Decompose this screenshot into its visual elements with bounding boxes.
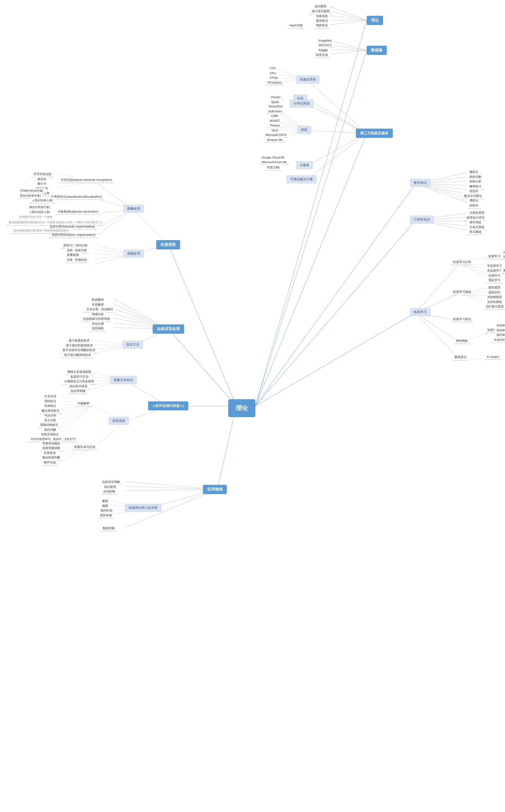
node-jiqishijue: 机器视觉 xyxy=(156,240,180,249)
node-jiyu-tongji: 基于统计翻译的技术 xyxy=(62,352,93,358)
node-disanzhi: 第三方框架及服务 xyxy=(356,129,393,138)
node-azureml: Microsoft Azure ML xyxy=(260,160,289,165)
svg-line-113 xyxy=(60,405,93,419)
svg-line-107 xyxy=(93,422,125,449)
node-visualization: 可视化解决方案 xyxy=(287,176,317,183)
node-mubiao-jiance: 目标检测(objection dectection) xyxy=(56,209,101,215)
node-jiqi-suanfa: 机器学习算法 xyxy=(451,316,473,322)
node-shipin-chuli: 视频处理 xyxy=(124,250,144,257)
node-tpu: TPU(ASIC) xyxy=(265,80,284,85)
node-shixian-liucheng: 实现流程 xyxy=(109,417,129,425)
node-shengwu: 生物识别 xyxy=(73,257,89,263)
node-docker: Docker xyxy=(269,95,283,100)
node-shili-note: 多目标检测及分类,将多个目标单独提取并标注 xyxy=(11,228,71,234)
svg-line-14 xyxy=(329,50,367,54)
node-shuxue: 数学知识 xyxy=(410,179,430,187)
svg-line-20 xyxy=(307,133,367,180)
node-kuangjia: 框架 xyxy=(298,126,311,134)
svg-line-115 xyxy=(60,405,93,429)
node-mscocc: MSCOCC xyxy=(317,43,334,48)
node-jiasu: 加速处理器 xyxy=(296,76,319,84)
node-fenlei-dingwei: 分类和定位(classification&localization) xyxy=(49,194,104,200)
svg-line-70 xyxy=(217,406,236,489)
node-xingji: 星际争霸 xyxy=(98,512,114,518)
svg-line-11 xyxy=(329,40,367,50)
node-zhishi-gou: 知识库构建 xyxy=(68,388,88,394)
node-huigui-task: 回归任务 xyxy=(501,254,505,260)
node-naiveBayes: 贝叶斯分类器 xyxy=(484,304,505,310)
node-daan-shengcheng: 答案生成与过滤 xyxy=(72,444,97,450)
node-youxi-lilun: 游戏理论和人机对弈 xyxy=(125,504,161,512)
svg-line-2 xyxy=(256,133,367,406)
node-zidong-kongzhi: 自动控制 xyxy=(101,489,117,495)
node-julei-suanfa: 聚类算法 xyxy=(452,354,469,360)
node-amazonml: Amazon ML xyxy=(265,137,285,142)
svg-line-15 xyxy=(307,80,367,133)
svg-line-4 xyxy=(256,220,415,406)
svg-line-5 xyxy=(256,313,415,406)
node-tupian-chuli: 图像处理 xyxy=(124,205,144,213)
node-suanfaji: 算法基础 xyxy=(467,229,484,235)
node-aliyunml: 阿里云ML xyxy=(265,164,282,170)
node-shuju-wajue: 数据挖掘 xyxy=(101,526,117,532)
node-wenti-jiexi: 问题解析 xyxy=(75,400,92,407)
node-aliyun: 阿里天池 xyxy=(314,52,330,58)
node-gan: 生成式对抗网络(GAN) xyxy=(492,337,505,343)
svg-line-13 xyxy=(329,50,367,50)
node-tensorflow: Tensorflow xyxy=(266,104,285,109)
svg-line-46 xyxy=(415,264,459,313)
node-yunfuwu: 云服务 xyxy=(296,161,313,169)
node-renlian-dan: 人脸识别(单人脸) xyxy=(30,198,55,203)
node-duomubiao-note: 多目标检测所有同类目标作为一个整体,如所有人作为一个整体,不区分有几个人 xyxy=(7,220,105,225)
svg-line-8 xyxy=(329,15,367,20)
node-caffe: Caffe xyxy=(269,113,280,119)
svg-line-19 xyxy=(307,133,367,166)
node-zifu: 字符识别(optical character recognition) xyxy=(58,177,114,183)
node-fpga: FPGA xyxy=(268,75,280,81)
node-spark-distribute: 分布式框架 xyxy=(290,100,314,107)
node-shujuji: 数据集 xyxy=(367,46,387,55)
svg-line-16 xyxy=(307,99,367,133)
node-jiqi-jichu: 机器学习基础 xyxy=(451,289,473,295)
node-shenjing-wang: 神经网络 xyxy=(454,338,470,344)
svg-line-114 xyxy=(60,405,93,424)
svg-line-10 xyxy=(329,20,367,25)
node-cntk: Microsoft CNTK xyxy=(264,132,289,138)
svg-line-9 xyxy=(329,20,367,20)
node-jisuanji: 计算机知识 xyxy=(410,216,434,224)
center-node: 理论 xyxy=(228,399,256,417)
node-renjiduihua: 人机对话(聊天机器人) xyxy=(148,401,188,411)
node-hailiang: 海量文本知识 xyxy=(110,376,137,384)
node-nash: Nash均衡 xyxy=(288,23,305,28)
node-yingyong: 应用领域 xyxy=(203,485,227,494)
svg-line-71 xyxy=(133,209,168,245)
node-jiqi-fenlei-group: 机器学习分类 xyxy=(451,259,473,265)
node-kongzhi: 控制论 xyxy=(467,203,481,209)
node-theano: Theano xyxy=(268,123,282,128)
svg-line-122 xyxy=(60,449,93,462)
svg-line-68 xyxy=(168,329,236,406)
svg-line-3 xyxy=(256,184,415,406)
node-qianghua: 强化学习 xyxy=(486,277,503,283)
svg-line-116 xyxy=(60,405,93,434)
node-jiandu: 监督学习 xyxy=(486,253,503,259)
node-ziranyuyan: 自然语言处理 xyxy=(153,324,184,334)
node-zaosheng: 噪声过滤 xyxy=(41,460,58,466)
node-jishu-fangfa: 技术方法 xyxy=(123,341,143,349)
node-zhoubian: 周边 xyxy=(367,16,383,25)
center-label: 理论 xyxy=(236,404,248,412)
node-xinxi-chouqu: 信息抽取 xyxy=(90,326,106,332)
node-fenhe-note: 分割图中目标,作为一个整体 xyxy=(17,214,54,220)
svg-line-117 xyxy=(60,405,93,438)
svg-line-112 xyxy=(60,405,93,415)
node-boyi: 博弈算法 xyxy=(314,23,330,28)
svg-line-6 xyxy=(329,6,367,20)
mindmap-container: 理论 周边 数据集 第三方框架及服务 数学知识 计算机知识 机器学习 知识图谱 … xyxy=(0,0,505,812)
svg-line-12 xyxy=(329,45,367,50)
node-kmeans: K-means xyxy=(485,354,501,359)
node-cpu: CPU xyxy=(268,66,278,71)
node-jiqixuexi: 机器学习 xyxy=(410,308,430,316)
svg-line-7 xyxy=(329,11,367,20)
